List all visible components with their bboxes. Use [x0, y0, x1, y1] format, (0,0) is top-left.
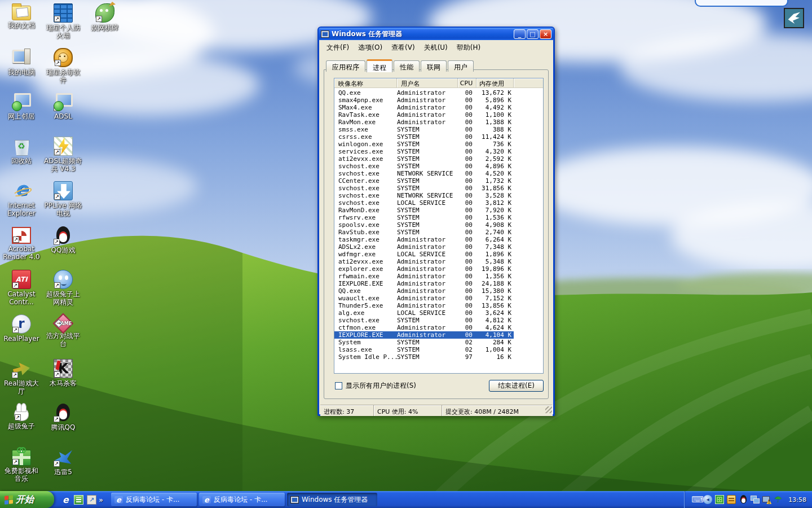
end-process-button[interactable]: 结束进程(E) [489, 380, 544, 392]
floating-toolbar[interactable] [695, 0, 788, 7]
thunder-floating-icon[interactable] [784, 8, 804, 28]
table-row[interactable]: smss.exeSYSTEM00388 K [334, 126, 514, 133]
column-header-2[interactable]: CPU [458, 78, 476, 87]
table-row[interactable]: svchost.exeSYSTEM004,812 K [334, 317, 514, 324]
table-row[interactable]: svchost.exeSYSTEM004,896 K [334, 163, 514, 170]
column-header-1[interactable]: 用户名 [397, 78, 458, 87]
desktop-icon-pplive[interactable]: ↗PPLive 网络电视 [43, 181, 83, 217]
desktop-icon-free-movies-music[interactable]: ↗免费影视和音乐 [1, 448, 42, 483]
table-row[interactable]: svchost.exeNETWORK SERVICE004,520 K [334, 170, 514, 177]
table-row[interactable]: ADSLx2.exeAdministrator007,348 K [334, 243, 514, 251]
table-row[interactable]: RavMon.exeAdministrator001,388 K [334, 119, 514, 126]
desktop-icon-qq-games[interactable]: ↗QQ游戏 [43, 226, 83, 254]
menu-item-4[interactable]: 帮助(H) [453, 42, 484, 54]
taskbar-task-0[interactable]: e反病毒论坛 - 卡... [111, 493, 197, 506]
table-row[interactable]: rfwmain.exeAdministrator001,356 K [334, 273, 514, 280]
table-row[interactable]: IEXPLORE.EXEAdministrator004,104 K [334, 331, 514, 339]
quicklaunch-chevron-icon[interactable]: » [99, 496, 103, 504]
table-row[interactable]: SystemSYSTEM02284 K [334, 339, 514, 346]
table-row[interactable]: RavTask.exeAdministrator001,100 K [334, 111, 514, 119]
table-row[interactable]: System Idle P...SYSTEM9716 K [334, 353, 514, 361]
desktop-icon-internet-explorer[interactable]: Internet Explorer [1, 181, 42, 217]
tab-用户[interactable]: 用户 [448, 60, 474, 72]
table-row[interactable]: svchost.exeLOCAL SERVICE003,812 K [334, 199, 514, 207]
checkbox-box[interactable] [335, 382, 342, 389]
desktop-icon-recycle-bin[interactable]: 回收站 [1, 137, 42, 165]
desktop-icon-yuwang-chess[interactable]: ↗娱网棋牌 [85, 3, 125, 32]
qq-tray-icon[interactable] [739, 495, 748, 504]
table-row[interactable]: Thunder5.exeAdministrator0013,856 K [334, 302, 514, 309]
table-row[interactable]: QQ.exeAdministrator0013,672 K [334, 89, 514, 97]
menu-item-3[interactable]: 关机(U) [420, 42, 452, 54]
table-row[interactable]: IEXPLORE.EXEAdministrator0024,188 K [334, 280, 514, 287]
desktop-icon-my-computer[interactable]: 我的电脑 [1, 48, 42, 76]
desktop-icon-tencent-qq[interactable]: ↗腾讯QQ [43, 403, 83, 431]
menu-item-2[interactable]: 查看(V) [387, 42, 419, 54]
minimize-button[interactable]: _ [514, 29, 526, 39]
table-row[interactable]: services.exeSYSTEM004,320 K [334, 148, 514, 155]
tab-联网[interactable]: 联网 [421, 60, 447, 72]
desktop-icon-my-documents[interactable]: 我的文档 [1, 3, 42, 29]
table-row[interactable]: QQ.exeAdministrator0015,380 K [334, 287, 514, 295]
desktop-icon-adsl-overclock[interactable]: ↗ADSL超频奇兵 V4.3 [43, 137, 83, 173]
desktop-icon-super-rabbit-ie-helper[interactable]: ↗超级兔子上网精灵 [43, 270, 83, 306]
menu-item-1[interactable]: 选项(O) [354, 42, 386, 54]
table-row[interactable]: svchost.exeSYSTEM0031,856 K [334, 185, 514, 192]
network-tray-icon[interactable] [751, 495, 760, 504]
hide-icons-chevron[interactable]: ◂ [703, 495, 712, 504]
excel-icon[interactable] [74, 495, 83, 505]
table-row[interactable]: alg.exeLOCAL SERVICE003,624 K [334, 309, 514, 317]
desktop-icon-rising-antivirus[interactable]: ↗瑞星杀毒软件 [43, 48, 83, 84]
resize-grip[interactable] [545, 406, 552, 413]
table-row[interactable]: wuauclt.exeAdministrator007,152 K [334, 295, 514, 302]
start-button[interactable]: 开始 [0, 491, 54, 508]
table-row[interactable]: winlogon.exeSYSTEM00736 K [334, 141, 514, 148]
table-row[interactable]: ctfmon.exeAdministrator004,624 K [334, 324, 514, 331]
desktop-icon-network-places[interactable]: 网上邻居 [1, 92, 42, 120]
table-row[interactable]: rfwsrv.exeSYSTEM001,536 K [334, 214, 514, 221]
keyboard-icon[interactable]: ⌨ [691, 495, 700, 504]
tab-性能[interactable]: 性能 [394, 60, 420, 72]
table-row[interactable]: SMax4.exeAdministrator004,492 K [334, 104, 514, 111]
table-row[interactable]: svchost.exeNETWORK SERVICE003,528 K [334, 192, 514, 199]
table-row[interactable]: csrss.exeSYSTEM0011,424 K [334, 133, 514, 141]
table-row[interactable]: ati2evxx.exeSYSTEM002,592 K [334, 155, 514, 163]
alert-tray-icon[interactable] [762, 495, 771, 504]
menu-item-0[interactable]: 文件(F) [323, 42, 353, 54]
table-row[interactable]: lsass.exeSYSTEM021,004 K [334, 346, 514, 353]
maximize-button[interactable]: □ [527, 29, 539, 39]
desktop-icon-thunder-5[interactable]: ↗迅雷5 [43, 448, 83, 476]
green-grid-tray-icon[interactable] [715, 495, 724, 504]
table-row[interactable]: taskmgr.exeAdministrator006,264 K [334, 236, 514, 243]
umbrella-tray-icon[interactable]: ☂ [774, 495, 783, 504]
desktop-icon-adsl[interactable]: ↗ADSL [43, 92, 83, 120]
desktop-icon-acrobat-reader[interactable]: ↗Acrobat Reader 4.0 [1, 226, 42, 261]
table-row[interactable]: explorer.exeAdministrator0019,896 K [334, 265, 514, 273]
table-row[interactable]: spoolsv.exeSYSTEM004,908 K [334, 221, 514, 229]
show-desktop-icon[interactable] [87, 495, 96, 505]
table-row[interactable]: CCenter.exeSYSTEM001,732 K [334, 177, 514, 185]
desktop-icon-real-game-hall[interactable]: ↗Real游戏大厅 [1, 359, 42, 395]
table-row[interactable]: ati2evxx.exeAdministrator005,348 K [334, 258, 514, 265]
process-listview[interactable]: 映像名称用户名CPU内存使用 QQ.exeAdministrator0013,6… [334, 78, 544, 374]
ie-icon[interactable]: e [61, 495, 70, 505]
table-row[interactable]: smax4pnp.exeAdministrator005,896 K [334, 97, 514, 104]
desktop-icon-ati-catalyst-control[interactable]: ↗Catalyst Contr... [1, 270, 42, 306]
desktop-icon-trojan-killer[interactable]: ↗木马杀客 [43, 359, 83, 387]
show-all-users-checkbox[interactable]: 显示所有用户的进程(S) [335, 381, 416, 391]
column-header-3[interactable]: 内存使用 [476, 78, 514, 87]
table-row[interactable]: RavMonD.exeSYSTEM007,920 K [334, 207, 514, 214]
tab-进程[interactable]: 进程 [367, 59, 392, 72]
close-button[interactable]: × [540, 29, 551, 39]
desktop-icon-haofang-game-platform[interactable]: ↗浩方对战平台 [43, 314, 83, 348]
taskbar-task-1[interactable]: e反病毒论坛 - 卡... [199, 493, 285, 506]
yellow-tray-icon[interactable] [727, 495, 736, 504]
desktop-icon-rising-firewall[interactable]: ↗瑞星个人防火墙 [43, 3, 83, 40]
table-row[interactable]: RavStub.exeSYSTEM002,740 K [334, 229, 514, 236]
desktop-icon-realplayer[interactable]: ↗RealPlayer [1, 314, 42, 343]
tab-应用程序[interactable]: 应用程序 [326, 60, 365, 72]
table-row[interactable]: wdfmgr.exeLOCAL SERVICE001,896 K [334, 251, 514, 258]
taskbar-task-2[interactable]: Windows 任务管理器 [287, 493, 377, 506]
desktop-icon-super-rabbit[interactable]: ↗超级兔子 [1, 403, 42, 430]
title-bar[interactable]: Windows 任务管理器 _ □ × [319, 28, 554, 40]
